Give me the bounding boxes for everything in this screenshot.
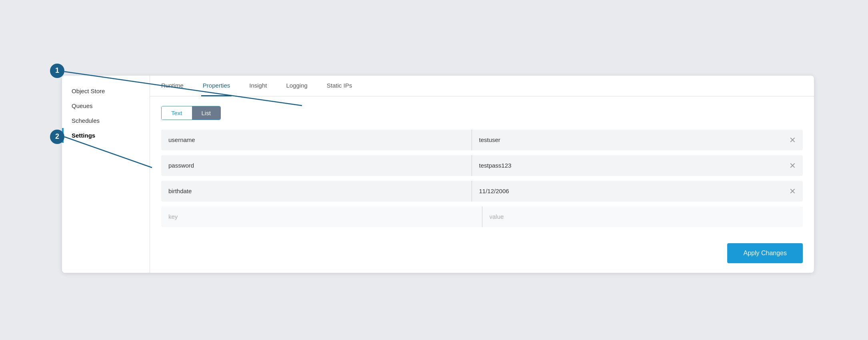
property-value-new[interactable] bbox=[482, 207, 803, 226]
property-row-username: ✕ bbox=[161, 130, 803, 150]
sidebar-item-settings[interactable]: Settings bbox=[62, 128, 150, 143]
property-key-password[interactable] bbox=[161, 156, 472, 175]
delete-row-username[interactable]: ✕ bbox=[782, 135, 803, 145]
delete-row-birthdate[interactable]: ✕ bbox=[782, 186, 803, 196]
property-rows: ✕ ✕ ✕ bbox=[161, 130, 803, 227]
properties-content: Text List ✕ bbox=[150, 96, 814, 237]
property-value-username[interactable] bbox=[472, 130, 782, 150]
property-key-birthdate[interactable] bbox=[161, 181, 472, 201]
property-row-new bbox=[161, 206, 803, 227]
property-key-new[interactable] bbox=[161, 207, 482, 226]
tab-logging[interactable]: Logging bbox=[284, 76, 309, 96]
sidebar: Object Store Queues Schedules Settings bbox=[62, 76, 150, 273]
property-value-password[interactable] bbox=[472, 156, 782, 175]
property-key-username[interactable] bbox=[161, 130, 472, 150]
main-card: Object Store Queues Schedules Settings R… bbox=[62, 76, 814, 273]
property-row-password: ✕ bbox=[161, 155, 803, 176]
text-list-toggle: Text List bbox=[161, 106, 221, 120]
tab-bar: Runtime Properties Insight Logging Stati… bbox=[150, 76, 814, 96]
tab-properties[interactable]: Properties bbox=[201, 76, 232, 96]
apply-changes-button[interactable]: Apply Changes bbox=[727, 243, 803, 263]
main-content: Runtime Properties Insight Logging Stati… bbox=[150, 76, 814, 273]
property-row-birthdate: ✕ bbox=[161, 181, 803, 202]
delete-row-password[interactable]: ✕ bbox=[782, 161, 803, 170]
content-footer: Apply Changes bbox=[150, 237, 814, 273]
outer-wrapper: 1 2 Object Store Queues Schedules Settin… bbox=[54, 68, 814, 273]
sidebar-item-object-store[interactable]: Object Store bbox=[62, 84, 150, 98]
property-value-birthdate[interactable] bbox=[472, 181, 782, 201]
tab-insight[interactable]: Insight bbox=[248, 76, 268, 96]
tab-static-ips[interactable]: Static IPs bbox=[325, 76, 354, 96]
tab-runtime[interactable]: Runtime bbox=[160, 76, 185, 96]
toggle-text-button[interactable]: Text bbox=[162, 106, 192, 120]
annotation-1: 1 bbox=[50, 64, 64, 78]
toggle-list-button[interactable]: List bbox=[192, 106, 220, 120]
sidebar-item-queues[interactable]: Queues bbox=[62, 98, 150, 113]
annotation-2: 2 bbox=[50, 130, 64, 144]
sidebar-item-schedules[interactable]: Schedules bbox=[62, 113, 150, 128]
